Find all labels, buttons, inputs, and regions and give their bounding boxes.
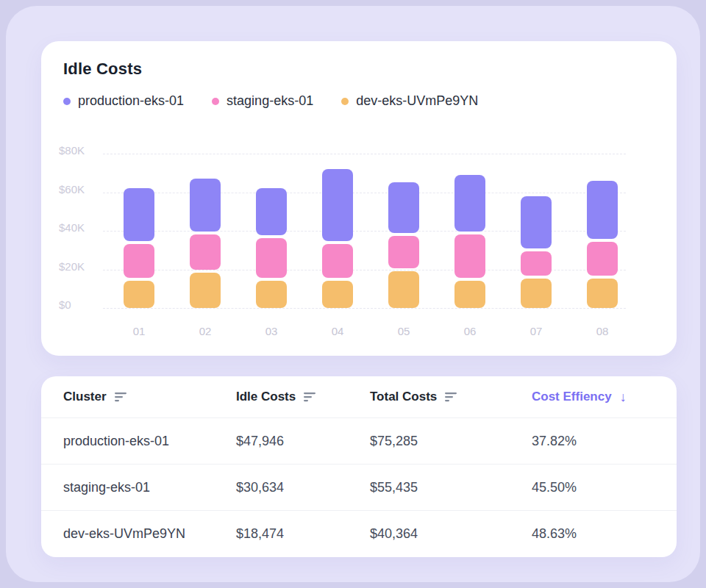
bar-segment-dev-eks-UVmPe9YN	[388, 271, 419, 309]
legend-dot-icon	[212, 98, 219, 105]
legend-dot-icon	[341, 98, 349, 105]
y-axis-tick-label: $80K	[59, 144, 85, 157]
table-row: staging-eks-01$30,634$55,43545.50%	[41, 465, 677, 511]
legend-item[interactable]: dev-eks-UVmPe9YN	[341, 93, 478, 109]
y-axis-tick-label: $0	[59, 298, 71, 311]
sort-lines-icon	[445, 392, 459, 402]
sort-lines-icon	[304, 392, 318, 402]
cell-total-costs: $75,285	[370, 434, 532, 449]
gridline	[103, 193, 626, 193]
legend-dot-icon	[63, 98, 71, 105]
cell-total-costs: $55,435	[370, 480, 532, 495]
column-header-total-costs[interactable]: Total Costs	[370, 390, 532, 404]
x-axis-tick-label: 04	[332, 325, 344, 337]
cell-total-costs: $40,364	[370, 526, 532, 542]
x-axis-tick-label: 07	[530, 325, 543, 337]
y-axis-tick-label: $20K	[59, 259, 85, 272]
column-header-label: Cost Effiency	[532, 390, 612, 404]
x-axis-tick-label: 06	[464, 325, 477, 337]
x-axis-tick-label: 08	[596, 325, 609, 337]
bar-segment-production-eks-01	[587, 181, 618, 239]
cell-cluster: dev-eks-UVmPe9YN	[63, 526, 236, 542]
column-header-label: Idle Costs	[236, 390, 296, 404]
chart-legend: production-eks-01staging-eks-01dev-eks-U…	[63, 93, 478, 109]
x-axis-tick-label: 05	[398, 325, 410, 337]
arrow-down-icon: ↓	[620, 390, 627, 405]
cell-cluster: production-eks-01	[63, 434, 236, 449]
bar-segment-staging-eks-01	[256, 238, 287, 278]
chart-title: Idle Costs	[63, 60, 142, 79]
cell-idle-costs: $30,634	[236, 480, 370, 495]
legend-item[interactable]: staging-eks-01	[212, 93, 313, 109]
y-axis-tick-label: $60K	[59, 182, 85, 195]
bar-segment-production-eks-01	[388, 182, 419, 233]
bar-segment-staging-eks-01	[521, 251, 552, 276]
cell-idle-costs: $18,474	[236, 526, 370, 542]
idle-costs-chart-card: Idle Costs production-eks-01staging-eks-…	[41, 41, 677, 356]
bar-segment-dev-eks-UVmPe9YN	[124, 281, 154, 308]
sort-lines-icon	[115, 392, 129, 402]
bar-segment-production-eks-01	[256, 188, 287, 235]
bar-segment-dev-eks-UVmPe9YN	[587, 279, 618, 308]
bar-segment-staging-eks-01	[454, 234, 485, 278]
bar-segment-staging-eks-01	[388, 236, 419, 268]
column-header-label: Total Costs	[370, 390, 437, 404]
column-header-cost-effiency[interactable]: Cost Effiency↓	[532, 390, 677, 405]
app-background-panel: Idle Costs production-eks-01staging-eks-…	[6, 6, 700, 582]
legend-item[interactable]: production-eks-01	[63, 93, 184, 109]
table-header-row: ClusterIdle CostsTotal CostsCost Effienc…	[41, 376, 677, 418]
bar-segment-production-eks-01	[124, 188, 154, 241]
table-row: production-eks-01$47,946$75,28537.82%	[41, 418, 677, 465]
gridline	[103, 308, 626, 309]
bar-segment-staging-eks-01	[190, 234, 221, 270]
bar-segment-dev-eks-UVmPe9YN	[190, 273, 221, 308]
gridline	[103, 154, 626, 154]
bar-segment-production-eks-01	[322, 169, 353, 241]
cluster-costs-table-card: ClusterIdle CostsTotal CostsCost Effienc…	[41, 376, 677, 557]
bar-segment-production-eks-01	[454, 175, 485, 232]
legend-label: staging-eks-01	[227, 93, 313, 109]
bar-segment-production-eks-01	[521, 196, 552, 249]
column-header-idle-costs[interactable]: Idle Costs	[236, 390, 370, 404]
bar-segment-dev-eks-UVmPe9YN	[454, 281, 485, 308]
cell-cluster: staging-eks-01	[63, 480, 236, 495]
cell-idle-costs: $47,946	[236, 434, 370, 449]
legend-label: dev-eks-UVmPe9YN	[356, 93, 478, 109]
x-axis-tick-label: 01	[133, 325, 146, 337]
x-axis-tick-label: 02	[199, 325, 212, 337]
cell-cost-efficiency: 45.50%	[532, 480, 677, 495]
x-axis-tick-label: 03	[265, 325, 278, 337]
y-axis-tick-label: $40K	[59, 221, 85, 234]
bar-segment-dev-eks-UVmPe9YN	[521, 279, 552, 308]
cell-cost-efficiency: 37.82%	[532, 434, 677, 449]
bar-segment-dev-eks-UVmPe9YN	[256, 281, 287, 308]
legend-label: production-eks-01	[78, 93, 184, 109]
column-header-cluster[interactable]: Cluster	[63, 390, 236, 404]
bar-segment-staging-eks-01	[124, 244, 154, 278]
column-header-label: Cluster	[63, 390, 107, 404]
bar-segment-staging-eks-01	[587, 242, 618, 276]
table-row: dev-eks-UVmPe9YN$18,474$40,36448.63%	[41, 511, 677, 557]
bar-segment-production-eks-01	[190, 179, 221, 232]
bar-segment-dev-eks-UVmPe9YN	[322, 281, 353, 308]
cell-cost-efficiency: 48.63%	[532, 526, 677, 542]
bar-segment-staging-eks-01	[322, 244, 353, 278]
